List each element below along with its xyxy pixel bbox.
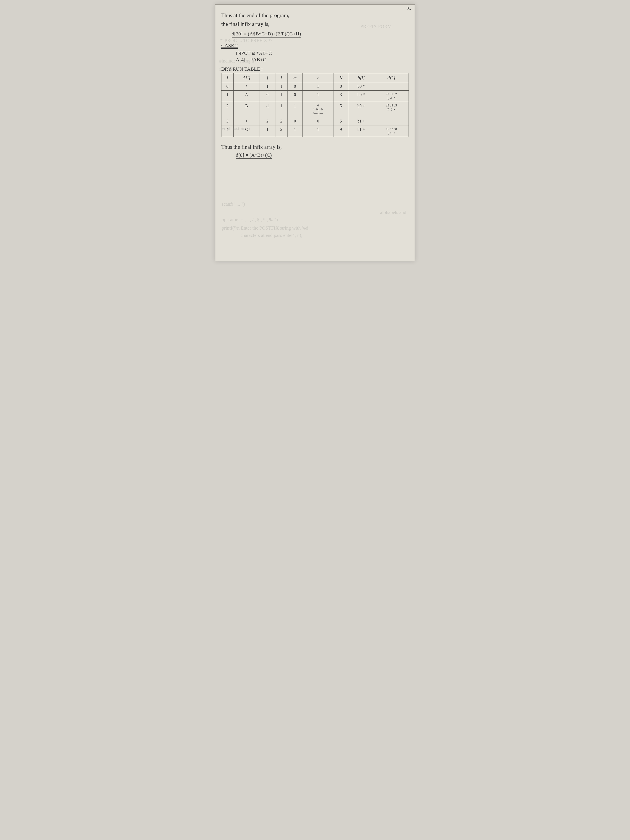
table-cell: b0 + xyxy=(348,102,374,117)
table-cell: 2 xyxy=(221,102,234,117)
table-cell: d3 d4 d5B ) + xyxy=(374,102,409,117)
result-formula-case2: d[8] = (A*B)+(C) xyxy=(236,152,272,159)
intro-line-2: the final infix array is, xyxy=(221,20,409,28)
table-cell: b0 * xyxy=(348,82,374,90)
col-k: K xyxy=(333,73,348,82)
col-ai: A[i] xyxy=(234,73,260,82)
col-j: j xyxy=(260,73,275,82)
case-2-header: CASE 2 xyxy=(221,43,409,48)
col-r: r xyxy=(303,73,333,82)
table-cell: 1 xyxy=(303,90,333,102)
table-row: 4C12119b1 +d6 d7 d8( C ) xyxy=(221,125,409,137)
table-cell: 5 xyxy=(333,117,348,125)
table-cell: d0 d1 d2( A * xyxy=(374,90,409,102)
col-m: m xyxy=(287,73,303,82)
ghost-text: characters at end pass enter", n); xyxy=(240,233,303,238)
table-cell: 3 xyxy=(333,90,348,102)
table-cell: 0 xyxy=(287,82,303,90)
table-cell: 1 xyxy=(221,90,234,102)
table-cell: 0 xyxy=(287,117,303,125)
table-cell: 1 xyxy=(275,82,287,90)
dry-run-title: DRY RUN TABLE : xyxy=(221,66,409,72)
ghost-text: printf("\n Enter the POSTFIX string with… xyxy=(222,226,308,231)
intro-line-1: Thus at the end of the program, xyxy=(221,11,409,20)
ghost-text: alphabets and xyxy=(380,210,406,215)
col-i: i xyxy=(221,73,234,82)
table-cell xyxy=(374,117,409,125)
table-cell: 1 xyxy=(303,125,333,137)
ghost-text: scanf(" ... ") xyxy=(222,202,245,207)
table-cell: 1 xyxy=(260,82,275,90)
table-cell: 9 xyxy=(333,125,348,137)
table-cell: 3 xyxy=(221,117,234,125)
notebook-page: 5. PREFIX FORM /* PROG ... TO PREFIX */ … xyxy=(215,4,415,261)
dry-run-table: i A[i] j l m r K b[j] d[k] 0*11010b0 *1A… xyxy=(221,73,409,137)
table-header-row: i A[i] j l m r K b[j] d[k] xyxy=(221,73,409,82)
table-cell: 4 xyxy=(221,125,234,137)
case-2-array: A[4] = *AB+C xyxy=(236,57,409,63)
table-cell: b1 + xyxy=(348,117,374,125)
conclusion-line: Thus the final infix array is, xyxy=(221,144,409,150)
table-cell: 1 xyxy=(275,102,287,117)
table-cell: 5 xyxy=(333,102,348,117)
table-cell: b1 + xyxy=(348,125,374,137)
table-cell xyxy=(374,82,409,90)
table-cell: 1 xyxy=(303,82,333,90)
table-cell: 0 xyxy=(333,82,348,90)
table-row: 3+22005b1 + xyxy=(221,117,409,125)
table-cell: 0 xyxy=(287,90,303,102)
page-number: 5. xyxy=(407,6,411,11)
result-formula-case1: d[20] = (A$B*C−D)+(E/F)/(G+H) xyxy=(232,31,301,38)
case-2-input: INPUT is *AB+C xyxy=(236,51,409,56)
col-dk: d[k] xyxy=(374,73,409,82)
table-cell: 0l=0,j=0l++,j++ xyxy=(303,102,333,117)
table-cell: 1 xyxy=(287,125,303,137)
table-cell: C xyxy=(234,125,260,137)
table-cell: -1 xyxy=(260,102,275,117)
table-cell: d6 d7 d8( C ) xyxy=(374,125,409,137)
table-cell: 0 xyxy=(221,82,234,90)
table-row: 0*11010b0 * xyxy=(221,82,409,90)
table-cell: A xyxy=(234,90,260,102)
table-cell: 0 xyxy=(303,117,333,125)
table-cell: 1 xyxy=(275,90,287,102)
table-cell: 0 xyxy=(260,90,275,102)
table-cell: + xyxy=(234,117,260,125)
table-cell: 2 xyxy=(260,117,275,125)
ghost-text: operators + , - , / , $ , * , % ") xyxy=(222,217,278,223)
table-cell: 2 xyxy=(275,125,287,137)
table-row: 2B-1110l=0,j=0l++,j++5b0 +d3 d4 d5B ) + xyxy=(221,102,409,117)
table-cell: 2 xyxy=(275,117,287,125)
col-bj: b[j] xyxy=(348,73,374,82)
table-row: 1A01013b0 *d0 d1 d2( A * xyxy=(221,90,409,102)
table-cell: B xyxy=(234,102,260,117)
table-cell: 1 xyxy=(260,125,275,137)
table-cell: * xyxy=(234,82,260,90)
table-cell: b0 * xyxy=(348,90,374,102)
table-cell: 1 xyxy=(287,102,303,117)
col-l: l xyxy=(275,73,287,82)
